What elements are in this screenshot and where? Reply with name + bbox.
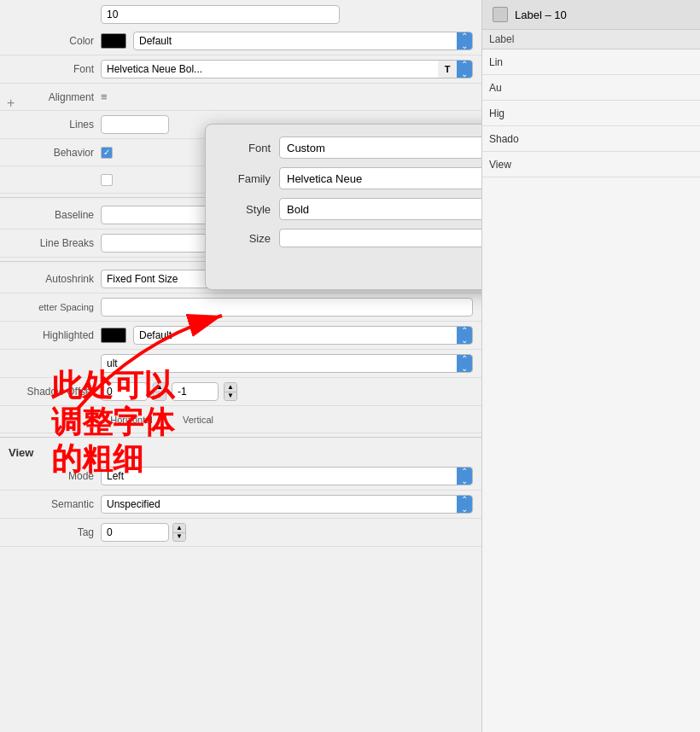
unchecked-checkbox[interactable] — [101, 174, 113, 186]
right-section-au: Au — [482, 75, 700, 101]
font-popup: Font Custom ⌃⌄ Family Helvetica Neue ⌃⌄ … — [205, 124, 482, 290]
highlighted-row: Highlighted Default ⌃⌄ — [0, 322, 481, 350]
semantic-select[interactable]: Unspecified ⌃⌄ — [101, 495, 473, 514]
right-section-lin: Lin — [482, 49, 700, 75]
font-icon-button[interactable]: T — [438, 60, 457, 78]
tag-row: Tag ▲ ▼ — [0, 519, 481, 547]
shadow-h-input[interactable] — [101, 382, 148, 401]
popup-family-row: Family Helvetica Neue ⌃⌄ — [219, 167, 482, 189]
color-label: Color — [9, 35, 94, 47]
shadow-offset-label: Shadow Offset — [9, 386, 94, 398]
tag-stepper[interactable]: ▲ ▼ — [172, 523, 186, 542]
lines-input[interactable] — [101, 115, 169, 134]
window-icon — [493, 7, 508, 22]
popup-family-label: Family — [219, 172, 271, 185]
semantic-arrow: ⌃⌄ — [457, 495, 472, 514]
letter-spacing-input[interactable] — [101, 298, 473, 317]
top-input-row — [0, 0, 481, 27]
right-header: Label – 10 — [482, 0, 700, 30]
shadow-h-stepper[interactable]: ▲ ▼ — [153, 382, 166, 401]
baseline-label: Baseline — [9, 209, 94, 221]
behavior-label: Behavior — [9, 147, 94, 159]
popup-family-select[interactable]: Helvetica Neue ⌃⌄ — [279, 167, 482, 189]
highlighted-select[interactable]: Default ⌃⌄ — [133, 326, 473, 345]
size-input[interactable] — [101, 5, 340, 24]
highlighted-arrow: ⌃⌄ — [457, 326, 472, 345]
highlighted-swatch[interactable] — [101, 328, 126, 343]
right-section-view: View — [482, 152, 700, 177]
horizontal-label: Horizontal — [101, 415, 162, 425]
popup-size-input[interactable] — [279, 229, 482, 247]
popup-font-select[interactable]: Custom ⌃⌄ — [279, 137, 482, 159]
mode-label: Mode — [9, 470, 94, 482]
right-col-header: Label — [482, 30, 700, 49]
highlighted-label: Highlighted — [9, 329, 94, 341]
semantic-row: Semantic Unspecified ⌃⌄ — [0, 491, 481, 519]
behavior-checkbox[interactable]: ✓ — [101, 147, 113, 159]
hv-labels-row: Horizontal Vertical — [0, 406, 481, 433]
autoshrink-label: Autoshrink — [9, 273, 94, 285]
mode-select[interactable]: Left ⌃⌄ — [101, 467, 473, 485]
color-select[interactable]: Default ⌃⌄ — [133, 32, 473, 50]
letter-spacing-label: etter Spacing — [9, 302, 94, 312]
right-title: Label – 10 — [515, 9, 567, 21]
line-breaks-label: Line Breaks — [9, 237, 94, 249]
right-section-hig: Hig — [482, 101, 700, 126]
color-select-arrow: ⌃⌄ — [457, 32, 472, 50]
plus-button[interactable]: + — [7, 96, 15, 111]
semantic-label: Semantic — [9, 498, 94, 510]
tag-input[interactable] — [101, 523, 169, 542]
letter-spacing-row: etter Spacing — [0, 293, 481, 322]
second-select[interactable]: ult ⌃⌄ — [101, 354, 473, 373]
popup-size-label: Size — [219, 232, 271, 245]
lines-label: Lines — [9, 119, 94, 131]
alignment-icon: ≡ — [101, 90, 108, 103]
popup-font-row: Font Custom ⌃⌄ — [219, 137, 482, 159]
popup-style-row: Style Bold ⌃⌄ — [219, 198, 482, 220]
mode-arrow: ⌃⌄ — [457, 467, 472, 485]
right-panel: Label – 10 Label Lin Au Hig Shado View — [482, 0, 700, 732]
font-row: Font Helvetica Neue Bol... T ⌃⌄ — [0, 55, 481, 84]
mode-row: Mode Left ⌃⌄ — [0, 462, 481, 491]
second-dropdown-row: ult ⌃⌄ — [0, 350, 481, 378]
font-select[interactable]: Helvetica Neue Bol... T ⌃⌄ — [101, 60, 473, 78]
right-section-shadow: Shado — [482, 126, 700, 152]
shadow-v-stepper[interactable]: ▲ ▼ — [224, 382, 237, 401]
popup-style-label: Style — [219, 203, 271, 216]
font-select-arrow: ⌃⌄ — [457, 60, 472, 78]
font-label: Font — [9, 63, 94, 75]
popup-size-row: Size ▲ ▼ — [219, 229, 482, 247]
shadow-v-input[interactable] — [172, 382, 219, 401]
second-arrow: ⌃⌄ — [457, 354, 472, 373]
popup-style-select[interactable]: Bold ⌃⌄ — [279, 198, 482, 220]
left-panel: Color Default ⌃⌄ Font Helvetica Neue Bol… — [0, 0, 482, 732]
view-section-header: View — [0, 441, 481, 462]
alignment-row: Alignment ≡ — [0, 84, 481, 111]
vertical-label: Vertical — [167, 415, 229, 425]
color-swatch[interactable] — [101, 33, 126, 49]
shadow-offset-row: Shadow Offset ▲ ▼ ▲ ▼ — [0, 378, 481, 406]
popup-font-label: Font — [219, 142, 271, 154]
alignment-label: Alignment — [9, 91, 94, 103]
color-row: Color Default ⌃⌄ — [0, 27, 481, 55]
tag-label: Tag — [9, 526, 94, 538]
